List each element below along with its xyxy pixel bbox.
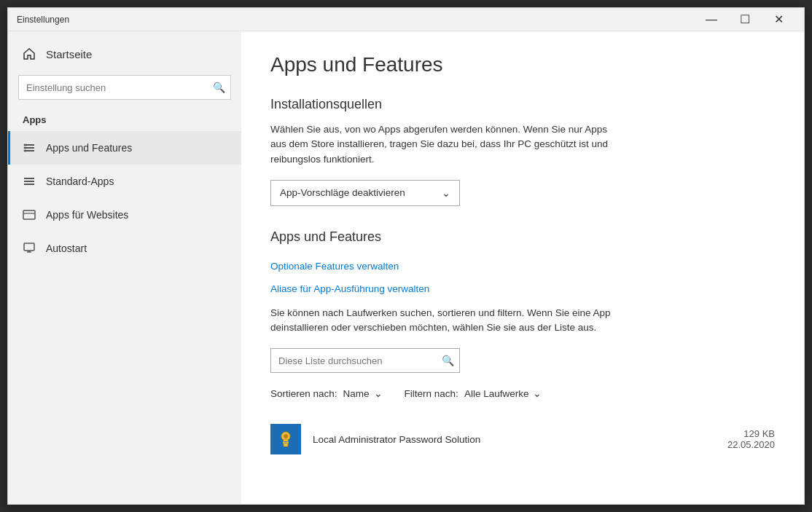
- svg-rect-9: [23, 210, 35, 219]
- filter-value: Alle Laufwerke: [464, 388, 529, 399]
- svg-rect-11: [24, 243, 34, 251]
- app-icon-laps: [270, 424, 301, 454]
- sort-label: Sortieren nach:: [270, 388, 337, 399]
- page-title: Apps und Features: [270, 53, 775, 76]
- title-bar: Einstellungen — ☐ ✕: [8, 8, 804, 31]
- search-input[interactable]: [18, 75, 231, 100]
- apps-search-icon: 🔍: [442, 355, 454, 366]
- home-label: Startseite: [46, 48, 92, 60]
- sidebar-label-autostart: Autostart: [46, 243, 87, 254]
- svg-rect-5: [24, 150, 26, 151]
- sidebar-label-standard-apps: Standard-Apps: [46, 176, 114, 187]
- search-box-container: 🔍: [18, 75, 231, 100]
- sort-chevron-icon: ⌄: [374, 387, 383, 399]
- dropdown-chevron-icon: ⌄: [442, 187, 450, 199]
- svg-rect-8: [24, 184, 34, 185]
- filter-label: Filtern nach:: [405, 388, 458, 399]
- window-controls: — ☐ ✕: [695, 8, 795, 31]
- app-info-laps: Local Administrator Password Solution: [313, 434, 705, 445]
- maximize-button[interactable]: ☐: [728, 8, 762, 31]
- sidebar-item-apps-websites[interactable]: Apps für Websites: [8, 198, 241, 232]
- svg-rect-6: [24, 178, 34, 179]
- sidebar-home[interactable]: Startseite: [8, 39, 241, 69]
- filter-chevron-icon: ⌄: [533, 387, 542, 399]
- sidebar: Startseite 🔍 Apps A: [8, 31, 241, 504]
- sort-control[interactable]: Sortieren nach: Name ⌄: [270, 387, 383, 399]
- autostart-icon: [23, 242, 36, 255]
- window-title: Einstellungen: [17, 15, 695, 25]
- filter-row: Sortieren nach: Name ⌄ Filtern nach: All…: [270, 387, 775, 399]
- main-content: Apps und Features Installationsquellen W…: [241, 31, 804, 504]
- apps-search-description: Sie können nach Laufwerken suchen, sorti…: [270, 306, 620, 336]
- installation-description: Wählen Sie aus, von wo Apps abgerufen we…: [270, 122, 620, 167]
- sidebar-section-label: Apps: [8, 110, 241, 131]
- installation-section-title: Installationsquellen: [270, 97, 775, 112]
- svg-rect-3: [24, 144, 26, 146]
- standard-apps-icon: [23, 175, 36, 188]
- apps-search-container: 🔍: [270, 348, 460, 373]
- app-entry-laps[interactable]: Local Administrator Password Solution 12…: [270, 417, 775, 462]
- home-icon: [23, 47, 36, 60]
- installation-dropdown[interactable]: App-Vorschläge deaktivieren ⌄: [270, 180, 460, 206]
- svg-rect-19: [283, 442, 289, 444]
- alias-link[interactable]: Aliase für App-Ausführung verwalten: [270, 283, 775, 294]
- apps-websites-icon: [23, 208, 36, 221]
- app-right-laps: 129 KB 22.05.2020: [717, 428, 775, 450]
- search-icon: 🔍: [213, 82, 225, 93]
- optional-features-link[interactable]: Optionale Features verwalten: [270, 261, 775, 272]
- apps-section-title: Apps und Features: [270, 229, 775, 245]
- apps-features-icon: [23, 141, 36, 154]
- svg-rect-4: [24, 147, 26, 149]
- close-button[interactable]: ✕: [762, 8, 795, 31]
- sort-value: Name: [343, 388, 370, 399]
- dropdown-label: App-Vorschläge deaktivieren: [280, 187, 405, 198]
- app-date-laps: 22.05.2020: [717, 439, 775, 450]
- filter-control[interactable]: Filtern nach: Alle Laufwerke ⌄: [405, 387, 542, 399]
- sidebar-item-autostart[interactable]: Autostart: [8, 232, 241, 265]
- apps-search-input[interactable]: [270, 348, 460, 373]
- app-size-laps: 129 KB: [717, 428, 775, 439]
- sidebar-item-standard-apps[interactable]: Standard-Apps: [8, 165, 241, 198]
- settings-window: Einstellungen — ☐ ✕ Startseite 🔍 Apps: [7, 7, 805, 505]
- sidebar-label-apps-websites: Apps für Websites: [46, 209, 128, 221]
- content-area: Startseite 🔍 Apps A: [8, 31, 804, 504]
- svg-point-18: [284, 434, 288, 438]
- svg-rect-7: [24, 181, 34, 182]
- sidebar-item-apps-features[interactable]: Apps und Features: [8, 131, 241, 165]
- minimize-button[interactable]: —: [695, 8, 728, 31]
- app-name-laps: Local Administrator Password Solution: [313, 434, 705, 445]
- sidebar-label-apps-features: Apps und Features: [46, 142, 132, 154]
